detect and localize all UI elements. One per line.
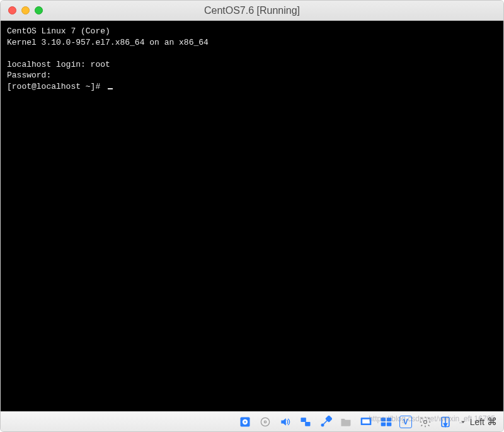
svg-rect-6 <box>305 422 310 426</box>
titlebar[interactable]: CentOS7.6 [Running] <box>1 1 503 21</box>
host-key-label: Left <box>470 417 484 427</box>
harddisk-icon[interactable] <box>238 415 252 429</box>
vm-window: CentOS7.6 [Running] CentOS Linux 7 (Core… <box>0 0 504 432</box>
audio-icon[interactable] <box>278 415 292 429</box>
svg-rect-13 <box>381 422 386 426</box>
terminal-screen[interactable]: CentOS Linux 7 (Core) Kernel 3.10.0-957.… <box>1 21 503 411</box>
svg-point-4 <box>264 421 266 423</box>
svg-point-8 <box>321 424 323 426</box>
close-button[interactable] <box>8 6 16 14</box>
shared-folder-icon[interactable] <box>339 415 353 429</box>
statusbar: V Left ⌘ <box>1 411 503 431</box>
terminal-line: Kernel 3.10.0-957.el7.x86_64 on an x86_6… <box>7 38 209 47</box>
cursor-icon <box>108 88 113 89</box>
traffic-lights <box>8 6 43 14</box>
host-key-indicator[interactable]: Left ⌘ <box>459 416 497 428</box>
keyboard-capture-icon[interactable]: V <box>399 416 412 428</box>
terminal-login-prompt: localhost login: root <box>7 60 110 69</box>
terminal-shell-prompt: [root@localhost ~]# <box>7 82 105 91</box>
terminal-line: CentOS Linux 7 (Core) <box>7 26 110 36</box>
svg-point-3 <box>261 418 269 426</box>
optical-disc-icon[interactable] <box>258 415 272 429</box>
svg-point-15 <box>423 420 427 423</box>
usb-icon[interactable] <box>319 415 333 429</box>
network-icon[interactable] <box>299 415 312 429</box>
chevron-down-icon <box>459 418 467 426</box>
mouse-capture-icon[interactable] <box>438 415 452 429</box>
recording-icon[interactable] <box>379 415 393 429</box>
svg-rect-11 <box>381 418 386 421</box>
svg-point-2 <box>244 421 246 423</box>
minimize-button[interactable] <box>21 6 30 14</box>
maximize-button[interactable] <box>35 6 43 14</box>
command-key-icon: ⌘ <box>487 416 497 428</box>
settings-icon[interactable] <box>418 415 432 429</box>
svg-rect-14 <box>386 422 391 426</box>
svg-rect-12 <box>386 418 391 421</box>
display-icon[interactable] <box>359 415 373 429</box>
keyboard-capture-label: V <box>403 418 408 426</box>
svg-rect-10 <box>362 419 370 423</box>
svg-rect-5 <box>301 418 306 422</box>
window-title: CentOS7.6 [Running] <box>8 5 496 16</box>
terminal-password-prompt: Password: <box>7 71 51 80</box>
